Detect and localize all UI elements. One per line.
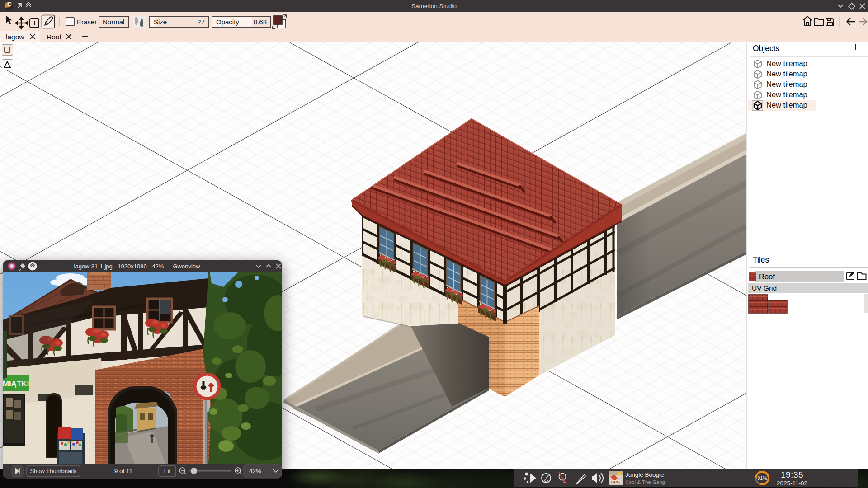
svg-text:Objects: Objects (753, 44, 780, 53)
svg-text:9 of 11: 9 of 11 (114, 468, 132, 474)
svg-text:42%: 42% (249, 468, 261, 474)
svg-text:Eraser: Eraser (77, 18, 97, 26)
svg-text:New tilemap: New tilemap (766, 101, 807, 109)
svg-text:UV Grid: UV Grid (752, 284, 777, 292)
svg-text:Show Thumbnails: Show Thumbnails (30, 468, 77, 474)
svg-text:Roof: Roof (759, 272, 775, 281)
svg-text:81%: 81% (757, 475, 767, 481)
svg-text:Kool & The Gang: Kool & The Gang (625, 479, 665, 485)
svg-text:lagow-31-1.jpg - 868x488 - 4: lagow-31-1.jpg - 868x488 - 42% — Gwenv… (74, 263, 201, 270)
svg-text:Tiles: Tiles (753, 255, 769, 264)
svg-text:New tilemap: New tilemap (766, 59, 807, 67)
svg-text:Roof: Roof (47, 33, 61, 41)
svg-text:GANG: GANG (611, 480, 621, 483)
svg-text:New tilemap: New tilemap (766, 90, 807, 99)
svg-text:MIĄTKI: MIĄTKI (3, 380, 29, 388)
svg-text:New tilemap: New tilemap (766, 80, 807, 88)
svg-text:Jungle Boogie: Jungle Boogie (625, 471, 664, 478)
svg-text:Fit: Fit (164, 468, 171, 474)
svg-text:lagow: lagow (6, 33, 24, 41)
svg-text:New tilemap: New tilemap (766, 70, 807, 78)
svg-text:2025-11-02: 2025-11-02 (777, 480, 807, 487)
svg-text:19:35: 19:35 (781, 470, 803, 479)
